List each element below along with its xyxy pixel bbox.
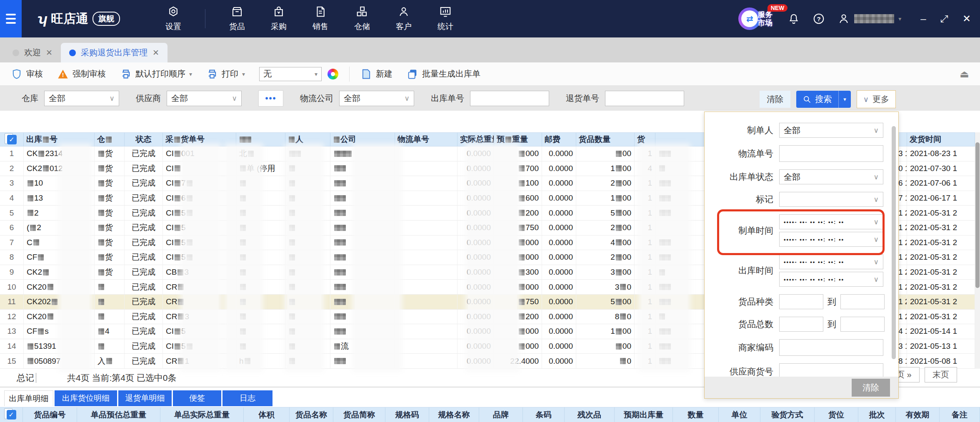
- detail-column-header[interactable]: ✓: [0, 407, 23, 422]
- outbound-no-input[interactable]: [470, 91, 549, 106]
- panel-scrollbar-thumb[interactable]: [892, 126, 896, 359]
- detail-column-header[interactable]: 条码: [523, 407, 565, 422]
- 出库时间-date-select[interactable]: ••••- ••- •• ••: ••: ••∨: [779, 272, 883, 287]
- supplier-select[interactable]: 全部∨: [167, 91, 242, 106]
- detail-column-header[interactable]: 体积: [244, 407, 290, 422]
- print-button[interactable]: 打印▾: [206, 68, 245, 80]
- detail-column-header[interactable]: 品牌: [479, 407, 523, 422]
- select-all-checkbox[interactable]: ✓: [7, 135, 17, 144]
- 制单人-select[interactable]: 全部∨: [779, 123, 883, 138]
- detail-column-header[interactable]: 批次: [858, 407, 896, 422]
- nav-item-person[interactable]: 客户: [390, 5, 418, 32]
- table-cell: 15: [0, 354, 24, 368]
- detail-tab-退货单明细[interactable]: 退货单明细: [118, 390, 172, 406]
- nav-item-box[interactable]: 货品: [223, 5, 251, 32]
- table-scrollbar[interactable]: [975, 132, 980, 369]
- column-header[interactable]: [236, 133, 285, 146]
- 出库时间-date-select[interactable]: ••••- ••- •• ••: ••: ••∨: [779, 254, 883, 269]
- column-header[interactable]: 货: [635, 133, 655, 146]
- search-button[interactable]: 搜索 ▾: [796, 91, 851, 108]
- close-button[interactable]: ✕: [962, 13, 971, 25]
- 商家编码-input[interactable]: [779, 339, 883, 356]
- redacted: [175, 195, 180, 201]
- detail-tab-出库货位明细[interactable]: 出库货位明细: [55, 390, 117, 406]
- batch-generate-button[interactable]: 批量生成出库单: [407, 68, 480, 80]
- detail-column-header[interactable]: 货品简称: [333, 407, 385, 422]
- select-all-checkbox[interactable]: ✓: [7, 410, 16, 420]
- help-icon[interactable]: ?: [812, 12, 825, 25]
- search-dropdown-caret[interactable]: ▾: [838, 91, 851, 108]
- detail-column-header[interactable]: 规格名称: [429, 407, 479, 422]
- collapse-toolbar-icon[interactable]: ⏏: [960, 68, 969, 80]
- detail-column-header[interactable]: 残次品: [565, 407, 615, 422]
- default-print-order-button[interactable]: 默认打印顺序▾: [120, 68, 192, 80]
- detail-column-header[interactable]: 单品实际总重量: [160, 407, 244, 422]
- logistics-select[interactable]: 全部∨: [339, 91, 414, 106]
- column-header[interactable]: 预重量: [494, 133, 542, 146]
- service-market-badge[interactable]: ⇄ 服务市场 NEW: [738, 7, 775, 30]
- 制单时间-date-select[interactable]: ••••- ••- •• ••: ••: ••∨: [779, 214, 883, 229]
- column-header[interactable]: 出库号: [24, 133, 95, 146]
- nav-item-bag[interactable]: 采购: [265, 5, 292, 32]
- column-header[interactable]: 实际总重量: [458, 133, 494, 146]
- maximize-button[interactable]: ⤢: [940, 13, 948, 25]
- column-header[interactable]: 货品数量: [576, 133, 635, 146]
- color-wheel-icon[interactable]: [328, 69, 338, 79]
- detail-column-header[interactable]: 单位: [719, 407, 760, 422]
- tab-采购退货出库管理[interactable]: 采购退货出库管理✕: [61, 43, 168, 62]
- column-header[interactable]: 邮费: [542, 133, 576, 146]
- close-tab-icon[interactable]: ✕: [46, 48, 52, 57]
- scrollbar-thumb[interactable]: [975, 142, 980, 288]
- detail-column-header[interactable]: 预期出库量: [615, 407, 673, 422]
- 物流单号-input[interactable]: [779, 145, 883, 162]
- nav-item-chart[interactable]: 统计: [432, 5, 459, 32]
- force-audit-button[interactable]: ! 强制审核: [57, 68, 106, 80]
- detail-tab-日志[interactable]: 日志: [222, 390, 272, 406]
- column-header[interactable]: 物流单号: [395, 133, 458, 146]
- user-account[interactable]: ▾: [838, 12, 901, 25]
- detail-column-header[interactable]: 规格码: [385, 407, 429, 422]
- bell-icon[interactable]: [788, 12, 800, 25]
- more-filters-button[interactable]: ∨ 更多: [857, 90, 896, 108]
- column-header[interactable]: ✓: [0, 133, 24, 146]
- return-no-input[interactable]: [605, 91, 684, 106]
- 货品种类-from-input[interactable]: [779, 294, 823, 309]
- detail-column-header[interactable]: 有效期: [896, 407, 940, 422]
- 货品总数-from-input[interactable]: [779, 317, 823, 332]
- column-header[interactable]: 发货时间: [907, 133, 975, 146]
- 货品总数-to-input[interactable]: [840, 317, 885, 332]
- warehouse-select[interactable]: 全部∨: [44, 91, 119, 106]
- column-header[interactable]: 状态: [125, 133, 163, 146]
- column-header[interactable]: 仓: [95, 133, 125, 146]
- detail-column-header[interactable]: 备注: [940, 407, 980, 422]
- supplier-more-button[interactable]: •••: [258, 90, 283, 107]
- panel-clear-button[interactable]: 清除: [852, 379, 890, 397]
- 制单时间-date-select[interactable]: ••••- ••- •• ••: ••: ••∨: [779, 232, 883, 247]
- detail-column-header[interactable]: 货品编号: [23, 407, 77, 422]
- 货品种类-to-input[interactable]: [840, 294, 885, 309]
- column-header[interactable]: 采货单号: [163, 133, 236, 146]
- detail-column-header[interactable]: 货品名称: [290, 407, 333, 422]
- hamburger-menu-icon[interactable]: [0, 0, 22, 37]
- detail-column-header[interactable]: 验货方式: [760, 407, 815, 422]
- detail-tab-出库单明细[interactable]: 出库单明细: [4, 390, 53, 406]
- 标记-select[interactable]: ∨: [779, 192, 883, 207]
- 出库单状态-select[interactable]: 全部∨: [779, 169, 883, 184]
- detail-column-header[interactable]: 单品预估总重量: [77, 407, 160, 422]
- detail-column-header[interactable]: 数量: [673, 407, 719, 422]
- detail-column-header[interactable]: 货位: [815, 407, 858, 422]
- column-header[interactable]: 人: [285, 133, 330, 146]
- nav-item-cubes[interactable]: 仓储: [348, 5, 376, 32]
- tab-欢迎[interactable]: 欢迎✕: [4, 43, 61, 62]
- audit-button[interactable]: 审核: [11, 68, 43, 80]
- column-header[interactable]: 公司: [330, 133, 395, 146]
- clear-filters-button[interactable]: 清除: [760, 91, 790, 108]
- last-page-button[interactable]: 末页: [925, 367, 957, 382]
- print-template-select[interactable]: 无▾: [259, 67, 322, 81]
- new-button[interactable]: 新建: [360, 68, 392, 80]
- minimize-button[interactable]: –: [920, 13, 926, 25]
- nav-item-gear[interactable]: 设置: [160, 5, 187, 32]
- nav-item-doc[interactable]: 销售: [307, 5, 334, 32]
- detail-tab-便签[interactable]: 便签: [173, 390, 221, 406]
- close-tab-icon[interactable]: ✕: [152, 48, 159, 57]
